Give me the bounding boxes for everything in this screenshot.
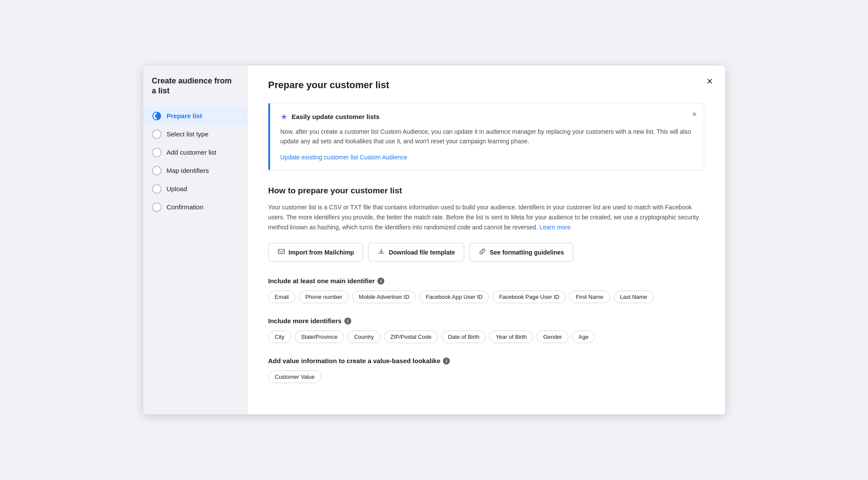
- main-identifiers-section: Include at least one main identifier i E…: [268, 277, 704, 303]
- banner-link[interactable]: Update existing customer list Custom Aud…: [281, 154, 408, 161]
- tag-city: City: [268, 331, 291, 343]
- sidebar-item-confirmation[interactable]: Confirmation: [143, 198, 247, 216]
- how-to-description: Your customer list is a CSV or TXT file …: [268, 202, 704, 232]
- sidebar-title: Create audience from a list: [143, 76, 247, 107]
- value-section: Add value information to create a value-…: [268, 357, 704, 383]
- modal-container: Create audience from a list Prepare list…: [143, 66, 725, 414]
- prepare-list-icon: [152, 111, 162, 121]
- sidebar-item-upload[interactable]: Upload: [143, 180, 247, 198]
- more-identifiers-info-icon[interactable]: i: [344, 318, 351, 324]
- sidebar-item-add-label: Add customer list: [167, 149, 217, 156]
- main-content: × Prepare your customer list ★ Easily up…: [248, 66, 725, 414]
- more-identifiers-label: Include more identifiers i: [268, 317, 704, 324]
- tag-zip/postal-code: ZIP/Postal Code: [384, 331, 438, 343]
- value-tags: Customer Value: [268, 371, 704, 383]
- banner-close-button[interactable]: ×: [692, 110, 697, 118]
- value-section-info-icon[interactable]: i: [443, 358, 450, 364]
- modal-close-button[interactable]: ×: [705, 74, 714, 88]
- tag-customer-value: Customer Value: [268, 371, 321, 383]
- sidebar-item-confirmation-label: Confirmation: [167, 203, 204, 211]
- step-circle-add: [152, 148, 162, 157]
- step-circle-confirmation: [152, 202, 162, 212]
- svg-point-3: [155, 114, 158, 118]
- tag-year-of-birth: Year of Birth: [489, 331, 533, 343]
- sidebar-item-prepare-list[interactable]: Prepare list: [143, 107, 247, 125]
- step-circle-map: [152, 166, 162, 175]
- tag-state/province: State/Province: [294, 331, 344, 343]
- sidebar-item-map-label: Map identifiers: [167, 167, 209, 174]
- info-banner: ★ Easily update customer lists × Now, af…: [268, 103, 704, 170]
- sidebar-item-select-label: Select list type: [167, 130, 209, 138]
- sidebar-item-add-customer-list[interactable]: Add customer list: [143, 143, 247, 162]
- banner-title: Easily update customer lists: [292, 113, 380, 120]
- tag-email: Email: [268, 291, 296, 303]
- main-identifiers-tags: EmailPhone numberMobile Advertiser IDFac…: [268, 291, 704, 303]
- formatting-guidelines-button[interactable]: See formatting guidelines: [469, 243, 573, 262]
- tag-mobile-advertiser-id: Mobile Advertiser ID: [352, 291, 416, 303]
- step-circle-upload: [152, 184, 162, 194]
- svg-rect-4: [278, 249, 284, 254]
- action-buttons-row: Import from Mailchimp Download file temp…: [268, 243, 704, 262]
- more-identifiers-section: Include more identifiers i CityState/Pro…: [268, 317, 704, 343]
- download-icon: [377, 248, 385, 257]
- banner-header: ★ Easily update customer lists: [281, 112, 693, 122]
- tag-facebook-app-user-id: Facebook App User ID: [419, 291, 489, 303]
- sidebar: Create audience from a list Prepare list…: [143, 66, 248, 414]
- sidebar-item-map-identifiers[interactable]: Map identifiers: [143, 162, 247, 180]
- sidebar-item-upload-label: Upload: [167, 185, 188, 192]
- tag-phone-number: Phone number: [299, 291, 349, 303]
- main-identifiers-label: Include at least one main identifier i: [268, 277, 704, 285]
- more-identifiers-tags: CityState/ProvinceCountryZIP/Postal Code…: [268, 331, 704, 343]
- import-mailchimp-button[interactable]: Import from Mailchimp: [268, 243, 363, 262]
- tag-country: Country: [347, 331, 380, 343]
- how-to-title: How to prepare your customer list: [268, 186, 704, 195]
- sidebar-item-prepare-list-label: Prepare list: [167, 112, 202, 119]
- tag-age: Age: [572, 331, 595, 343]
- tag-first-name: First Name: [569, 291, 610, 303]
- link-icon: [479, 248, 486, 257]
- sidebar-item-select-list-type[interactable]: Select list type: [143, 125, 247, 143]
- banner-text: Now, after you create a customer list Cu…: [281, 127, 693, 146]
- star-icon: ★: [281, 112, 287, 122]
- download-template-button[interactable]: Download file template: [368, 243, 464, 262]
- main-identifiers-info-icon[interactable]: i: [377, 278, 384, 285]
- mailchimp-icon: [277, 248, 285, 257]
- value-section-label: Add value information to create a value-…: [268, 357, 704, 364]
- tag-date-of-birth: Date of Birth: [442, 331, 486, 343]
- tag-last-name: Last Name: [614, 291, 654, 303]
- tag-facebook-page-user-id: Facebook Page User ID: [492, 291, 566, 303]
- step-circle-select: [152, 129, 162, 139]
- learn-more-link[interactable]: Learn more: [539, 224, 571, 231]
- tag-gender: Gender: [537, 331, 568, 343]
- page-title: Prepare your customer list: [268, 79, 704, 91]
